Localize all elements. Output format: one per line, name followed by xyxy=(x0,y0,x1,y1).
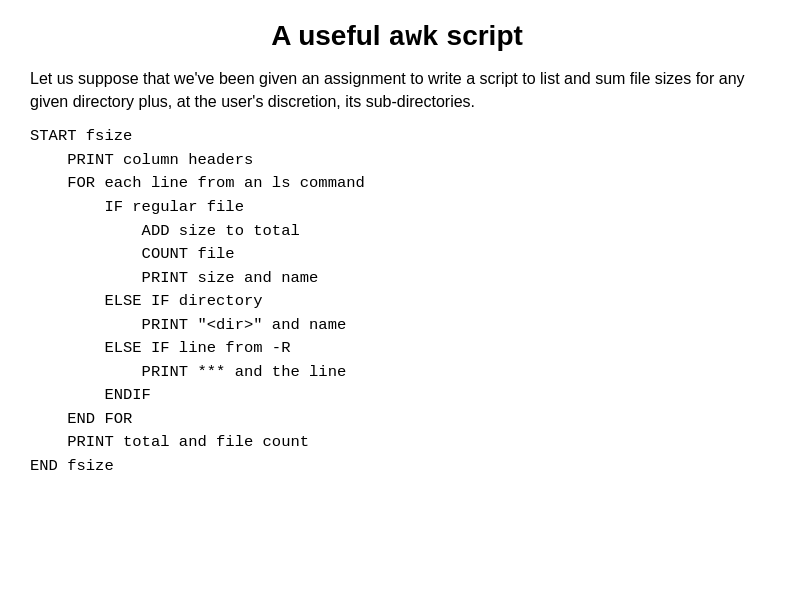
code-block: START fsize PRINT column headers FOR eac… xyxy=(30,125,764,478)
title-text-end: script xyxy=(439,20,523,51)
title-text-plain: A useful xyxy=(271,20,388,51)
page-title: A useful awk script xyxy=(30,20,764,53)
intro-paragraph: Let us suppose that we've been given an … xyxy=(30,67,764,113)
title-awk: awk xyxy=(388,22,438,53)
